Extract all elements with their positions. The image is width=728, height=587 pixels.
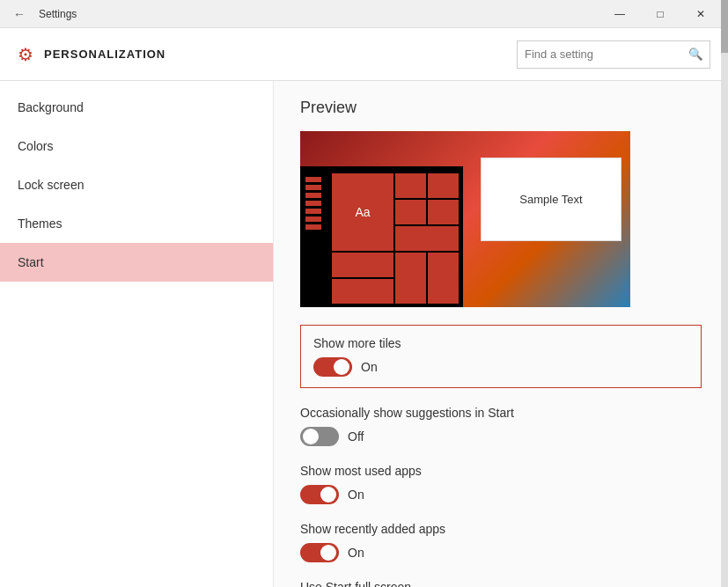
search-icon[interactable]: 🔍 bbox=[681, 40, 710, 69]
title-bar-left: ← Settings bbox=[7, 2, 77, 26]
toggle-knob bbox=[334, 359, 349, 375]
toggle-state-recently-added: On bbox=[348, 546, 364, 560]
toggle-knob bbox=[320, 545, 336, 561]
tile-large: Aa bbox=[332, 173, 393, 251]
sidebar-item-start[interactable]: Start bbox=[0, 243, 273, 282]
setting-recently-added: Show recently added apps On bbox=[300, 522, 702, 562]
toggle-show-more-tiles[interactable] bbox=[313, 357, 352, 377]
search-input[interactable] bbox=[518, 48, 681, 61]
toggle-row-most-used: On bbox=[300, 485, 702, 504]
setting-label-most-used: Show most used apps bbox=[300, 464, 702, 478]
tile-sidebar bbox=[305, 173, 330, 304]
tile-bottom bbox=[428, 253, 459, 304]
toggle-recently-added[interactable] bbox=[300, 543, 339, 562]
app-header-left: ⚙ PERSONALIZATION bbox=[18, 44, 165, 65]
app-header: ⚙ PERSONALIZATION 🔍 bbox=[0, 28, 728, 81]
tile-small bbox=[395, 173, 426, 198]
app-window: ⚙ PERSONALIZATION 🔍 Background Colors Lo… bbox=[0, 28, 728, 587]
tile-sidebar-item bbox=[305, 216, 321, 222]
tile-sidebar-item bbox=[305, 185, 321, 190]
preview-image: Aa Sample Text bbox=[300, 131, 630, 307]
setting-label-full-screen: Use Start full screen bbox=[300, 580, 702, 587]
title-bar-controls: — □ ✕ bbox=[599, 0, 721, 28]
toggle-state-show-more-tiles: On bbox=[361, 360, 378, 374]
tile-sidebar-item bbox=[305, 224, 321, 230]
setting-label-suggestions: Occasionally show suggestions in Start bbox=[300, 406, 702, 420]
setting-most-used: Show most used apps On bbox=[300, 464, 702, 504]
toggle-state-most-used: On bbox=[348, 488, 364, 502]
setting-show-more-tiles: Show more tiles On bbox=[300, 325, 702, 388]
tile-small bbox=[428, 200, 459, 224]
title-bar-title: Settings bbox=[39, 8, 77, 20]
toggle-row-suggestions: Off bbox=[300, 427, 702, 446]
preview-start: Aa bbox=[300, 166, 463, 307]
sidebar-item-lock-screen[interactable]: Lock screen bbox=[0, 165, 273, 204]
setting-label-recently-added: Show recently added apps bbox=[300, 522, 702, 536]
tile-small bbox=[428, 173, 459, 198]
sidebar-item-background[interactable]: Background bbox=[0, 88, 273, 127]
sidebar: Background Colors Lock screen Themes Sta… bbox=[0, 81, 273, 587]
tile-bottom bbox=[332, 253, 393, 277]
sidebar-item-colors[interactable]: Colors bbox=[0, 127, 273, 165]
sidebar-item-themes[interactable]: Themes bbox=[0, 204, 273, 243]
gear-icon: ⚙ bbox=[18, 44, 33, 65]
setting-suggestions: Occasionally show suggestions in Start O… bbox=[300, 406, 702, 446]
tile-medium bbox=[395, 226, 459, 251]
app-body: Background Colors Lock screen Themes Sta… bbox=[0, 81, 728, 587]
tile-bottom bbox=[332, 279, 393, 304]
tile-sidebar-item bbox=[305, 201, 321, 206]
setting-label-show-more-tiles: Show more tiles bbox=[313, 336, 688, 350]
content-panel: Preview Aa bbox=[273, 81, 728, 587]
toggle-knob bbox=[303, 429, 319, 444]
scrollbar[interactable] bbox=[721, 81, 728, 587]
maximize-button[interactable]: □ bbox=[640, 0, 680, 28]
minimize-button[interactable]: — bbox=[599, 0, 640, 28]
tile-sidebar-item bbox=[305, 193, 321, 198]
title-bar: ← Settings — □ ✕ bbox=[0, 0, 728, 28]
toggle-state-suggestions: Off bbox=[348, 429, 364, 444]
preview-title: Preview bbox=[300, 99, 702, 117]
search-box[interactable]: 🔍 bbox=[517, 40, 710, 69]
tile-small bbox=[395, 200, 426, 224]
toggle-row-show-more-tiles: On bbox=[313, 357, 688, 377]
preview-sample-text-box: Sample Text bbox=[481, 158, 621, 241]
toggle-suggestions[interactable] bbox=[300, 427, 339, 446]
toggle-most-used[interactable] bbox=[300, 485, 339, 504]
back-button[interactable]: ← bbox=[7, 2, 32, 26]
tile-bottom bbox=[395, 253, 426, 304]
tile-sidebar-item bbox=[305, 177, 321, 182]
tile-sidebar-item bbox=[305, 209, 321, 214]
app-title: PERSONALIZATION bbox=[44, 48, 165, 61]
setting-full-screen: Use Start full screen bbox=[300, 580, 702, 587]
close-button[interactable]: ✕ bbox=[680, 0, 721, 28]
toggle-knob bbox=[320, 487, 336, 503]
toggle-row-recently-added: On bbox=[300, 543, 702, 562]
